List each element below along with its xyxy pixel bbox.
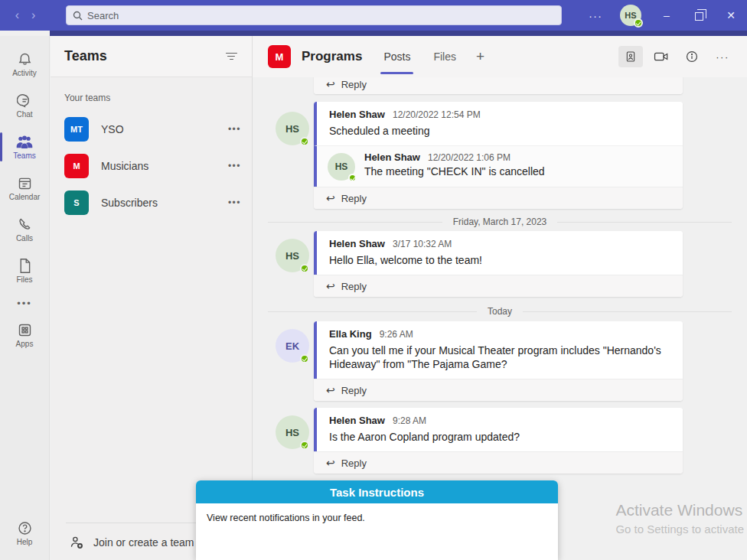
teams-panel-header: Teams <box>51 36 252 77</box>
presence-available-icon <box>634 18 643 28</box>
team-more-icon[interactable]: ••• <box>228 197 241 208</box>
avatar-ella-king[interactable]: EK <box>276 329 309 363</box>
avatar-initials: HS <box>335 161 348 172</box>
reply-button[interactable]: ↩ Reply <box>314 275 683 297</box>
add-people-icon <box>69 536 84 549</box>
message-body: Helen Shaw 12/20/2022 12:54 PM Scheduled… <box>314 102 683 145</box>
rail-label-help: Help <box>17 538 33 546</box>
channel-more-button[interactable]: ··· <box>710 46 735 67</box>
channel-members-button[interactable] <box>618 46 643 67</box>
your-teams-label: Your teams <box>51 77 252 111</box>
reply-label: Reply <box>341 457 367 469</box>
avatar-helen-shaw-small: HS <box>328 153 355 181</box>
avatar-initials: EK <box>285 340 299 352</box>
video-camera-icon <box>654 50 669 63</box>
avatar-helen-shaw[interactable]: HS <box>276 239 309 272</box>
presence-available-icon <box>300 264 309 273</box>
avatar-helen-shaw[interactable]: HS <box>276 112 309 145</box>
rail-item-teams[interactable]: Teams <box>0 126 50 168</box>
rail-item-apps[interactable]: Apps <box>0 314 50 356</box>
message-author: Helen Shaw <box>364 151 420 163</box>
forward-icon[interactable]: › <box>31 8 35 22</box>
task-instructions-body: View recent notifications in your feed. <box>196 503 558 532</box>
rail-more-icon[interactable]: ••• <box>17 291 32 314</box>
rail-label-files: Files <box>16 275 32 284</box>
message-timestamp: 9:28 AM <box>393 415 426 426</box>
tab-files[interactable]: Files <box>432 37 458 76</box>
bell-icon <box>17 51 33 67</box>
restore-button[interactable] <box>683 0 715 31</box>
reply-button[interactable]: ↩ Reply <box>314 379 683 401</box>
close-button[interactable]: ✕ <box>715 0 747 31</box>
message-timestamp: 12/20/2022 12:54 PM <box>393 109 481 120</box>
message-author: Helen Shaw <box>329 238 385 249</box>
back-icon[interactable]: ‹ <box>15 8 19 22</box>
task-instructions-header: Task Instructions <box>196 480 558 503</box>
message-author: Ella King <box>329 328 372 340</box>
thread-reply[interactable]: HS Helen Shaw 12/20/2022 1:06 PM The mee… <box>314 145 683 187</box>
reply-icon: ↩ <box>326 457 335 469</box>
team-name-subscribers: Subscribers <box>101 197 158 209</box>
team-more-icon[interactable]: ••• <box>228 161 241 171</box>
titlebar-more-icon[interactable]: ··· <box>580 9 611 22</box>
presence-available-icon <box>300 354 309 363</box>
rail-item-chat[interactable]: Chat <box>0 85 50 126</box>
message-timestamp: 12/20/2022 1:06 PM <box>428 152 511 163</box>
team-row-subscribers[interactable]: S Subscribers ••• <box>51 184 252 221</box>
tab-posts[interactable]: Posts <box>382 37 412 76</box>
message-card[interactable]: Helen Shaw 12/20/2022 12:54 PM Scheduled… <box>314 102 683 209</box>
team-row-musicians[interactable]: M Musicians ••• <box>51 148 252 184</box>
date-divider: Friday, March 17, 2023 <box>268 217 732 227</box>
rail-label-chat: Chat <box>16 110 32 119</box>
rail-label-apps: Apps <box>16 340 34 348</box>
presence-available-icon <box>300 441 309 450</box>
message-body: Helen Shaw 9:28 AM Is the Aaron Copland … <box>314 408 683 451</box>
calendar-icon <box>17 175 33 191</box>
user-avatar-initials: HS <box>625 11 636 20</box>
more-icon: ··· <box>716 51 729 63</box>
meet-now-button[interactable] <box>649 46 674 67</box>
person-badge-icon <box>625 50 637 63</box>
user-avatar[interactable]: HS <box>620 5 641 26</box>
rail-label-calls: Calls <box>16 234 33 243</box>
rail-label-teams: Teams <box>13 151 35 160</box>
rail-label-activity: Activity <box>12 69 37 77</box>
add-tab-button[interactable]: + <box>476 48 484 65</box>
rail-item-calendar[interactable]: Calendar <box>0 168 50 209</box>
minimize-icon: – <box>664 9 670 21</box>
avatar-helen-shaw[interactable]: HS <box>276 415 309 449</box>
avatar-initials: HS <box>285 123 299 135</box>
avatar-initials: HS <box>285 250 299 262</box>
message-text: Scheduled a meeting <box>329 124 670 138</box>
minimize-button[interactable]: – <box>651 0 683 31</box>
search-icon <box>73 11 83 21</box>
rail-item-help[interactable]: Help <box>0 513 50 554</box>
presence-available-icon <box>300 137 309 146</box>
team-icon-subscribers: S <box>64 190 89 215</box>
teams-app-window: ‹ › Search ··· HS – ✕ Activity Chat <box>0 0 747 560</box>
teams-people-icon <box>15 134 34 150</box>
channel-info-button[interactable] <box>680 46 704 67</box>
message-card[interactable]: Ella King 9:26 AM Can you tell me if you… <box>314 321 683 401</box>
message-text: Can you tell me if your Musical Theater … <box>329 343 670 371</box>
message-text: Hello Ella, welcome to the team! <box>329 253 670 267</box>
channel-header: M Programs Posts Files + ··· <box>253 36 747 77</box>
team-row-yso[interactable]: MT YSO ••• <box>51 111 252 148</box>
reply-label: Reply <box>341 193 367 204</box>
reply-button[interactable]: ↩ Reply <box>314 187 683 209</box>
rail-item-activity[interactable]: Activity <box>0 44 50 85</box>
rail-item-files[interactable]: Files <box>0 250 50 291</box>
team-name-musicians: Musicians <box>101 160 148 172</box>
message-card[interactable]: Helen Shaw 9:28 AM Is the Aaron Copland … <box>314 408 683 474</box>
rail-item-calls[interactable]: Calls <box>0 209 50 250</box>
reply-button[interactable]: ↩ Reply <box>314 451 683 474</box>
chat-icon <box>17 93 33 109</box>
filter-icon[interactable] <box>224 51 238 62</box>
close-icon: ✕ <box>726 9 736 21</box>
message-author: Helen Shaw <box>329 415 385 426</box>
search-input[interactable]: Search <box>66 5 562 25</box>
presence-available-icon <box>348 174 357 182</box>
message-text: The meeting "CHECK IN" is cancelled <box>364 164 545 178</box>
message-card[interactable]: Helen Shaw 3/17 10:32 AM Hello Ella, wel… <box>314 231 683 297</box>
team-more-icon[interactable]: ••• <box>228 124 241 135</box>
